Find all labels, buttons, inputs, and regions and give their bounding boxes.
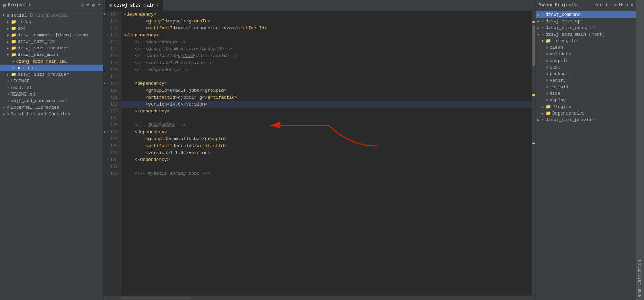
arrow-icon: ▶ — [7, 46, 9, 51]
maven-item-dependencies[interactable]: ▶ 📁 Dependencies — [536, 110, 636, 117]
maven-item-verify[interactable]: ⚙ verify — [536, 77, 636, 84]
maven-skip-icon[interactable]: ⏭ — [619, 2, 624, 8]
maven-item-package[interactable]: ⚙ package — [536, 71, 636, 77]
gutter-line-115: 115 — [104, 53, 119, 60]
code-line-120: <groupId>oracle.jdbc</groupId> — [121, 87, 532, 94]
gutter-line-118: 118 — [104, 73, 119, 80]
sidebar-item-license[interactable]: ▪ LICENSE — [0, 78, 103, 84]
maven-item-label: dzswj_sbzs_api — [545, 19, 583, 24]
maven-add-icon[interactable]: + — [610, 2, 613, 8]
settings-icon[interactable]: ⚙ — [81, 2, 83, 8]
gutter-line-128: 128 — [104, 143, 119, 149]
scroll-marker-mid — [532, 94, 535, 96]
gear-icon[interactable]: ⚙ — [92, 2, 95, 8]
gear-icon: ⚙ — [546, 65, 548, 70]
arrow-icon: ▶ — [7, 20, 9, 24]
layout-icon[interactable]: ⇄ — [87, 2, 89, 8]
sidebar: ◼ Project ▼ ⚙ ⇄ ⚙ − ▶ ◼ social D:\laji\s… — [0, 0, 104, 300]
sidebar-item-dzswj-sbzs-consumer[interactable]: ▶ 📁 dzswj_sbzs_consumer — [0, 45, 103, 52]
sidebar-item-doc[interactable]: ▶ 📁 doc — [0, 25, 103, 32]
sidebar-tree: ▶ ◼ social D:\laji\social ▶ 📁 .idea ▶ 📁 … — [0, 10, 103, 300]
iml-icon: ▪ — [12, 60, 15, 64]
maven-item-compile[interactable]: ⚙ compile — [536, 57, 636, 64]
tab-dzswj-sbzs-main[interactable]: m dzswj_sbzs_main ✕ — [105, 0, 163, 11]
maven-item-plugins[interactable]: ▶ 📁 Plugins — [536, 103, 636, 110]
tab-close-button[interactable]: ✕ — [156, 3, 159, 8]
maven-item-validate[interactable]: ⚙ validate — [536, 51, 636, 57]
sidebar-item-external-libraries[interactable]: ▶ ⊞ External Libraries — [0, 104, 103, 111]
sidebar-item-dzswj-sbzs-main-iml[interactable]: ▪ dzswj_sbzs_main.iml — [0, 58, 103, 65]
chevron-down-icon: ▼ — [29, 3, 31, 7]
sidebar-item-label: dzswj_sbzs_main — [18, 52, 58, 57]
scrollbar-thumb[interactable] — [532, 25, 535, 66]
minimize-icon[interactable]: − — [98, 2, 101, 8]
bottom-scrollbar[interactable] — [104, 295, 536, 300]
maven-item-deploy[interactable]: ⚙ deploy — [536, 97, 636, 103]
code-line-110: <groupId>mysql</groupId> — [121, 18, 532, 25]
sidebar-item-dzswj-commons[interactable]: ▶ 📁 dzswj_commons [dzswj-commo — [0, 32, 103, 38]
maven-settings-icon[interactable]: ⚙ — [595, 2, 598, 8]
fold-icon: ▸ — [107, 156, 109, 163]
maven-item-test[interactable]: ⚙ test — [536, 64, 636, 71]
maven-refresh-icon[interactable]: ↻ — [600, 2, 603, 8]
maven-item-clean[interactable]: ⚙ clean — [536, 44, 636, 51]
maven-item-dzswj-sbzs-consumer[interactable]: ▶ ▪ dzswj_sbzs_consumer — [536, 25, 636, 31]
maven-item-install[interactable]: ⚙ install — [536, 84, 636, 90]
folder-icon: 📁 — [11, 26, 16, 31]
arrow-icon: ▶ — [7, 33, 9, 37]
sidebar-item-social[interactable]: ▶ ◼ social D:\laji\social — [0, 12, 103, 19]
project-icon: ◼ — [3, 2, 6, 8]
code-line-113: <!--<dependency>--> — [121, 39, 532, 46]
code-line-112: </dependency> — [121, 32, 532, 39]
sidebar-title: ◼ Project ▼ — [3, 2, 78, 8]
module-icon: ▪ — [542, 118, 544, 122]
maven-item-dzswj-commons[interactable]: ▶ ▪ dzswj_commons — [536, 11, 636, 18]
sidebar-item-sbjf-xml[interactable]: ▪ sbjf_ydd_consumer.xml — [0, 98, 103, 104]
editor-scrollbar[interactable] — [532, 11, 536, 295]
module-icon: 📁 — [11, 46, 16, 51]
maven-item-dzswj-sbzs-api[interactable]: ▶ ▪ dzswj_sbzs_api — [536, 18, 636, 25]
sidebar-item-readme-md[interactable]: ▪ README.md — [0, 91, 103, 98]
maven-item-label: install — [550, 84, 569, 90]
maven-item-site[interactable]: ⚙ site — [536, 90, 636, 97]
code-line-121: <artifactId>ojdbc14_g</artifactId> — [121, 94, 532, 101]
arrow-icon: ▶ — [6, 54, 10, 56]
fold-icon: ▸ — [107, 32, 109, 39]
maven-download-icon[interactable]: ⬇ — [605, 2, 608, 8]
vertical-tab-bean-validation[interactable]: Bean Validation — [636, 0, 644, 300]
maven-more-icon[interactable]: » — [631, 2, 633, 8]
arrow-icon: ▶ — [537, 13, 539, 17]
sidebar-item-read-txt[interactable]: ▪ read.txt — [0, 84, 103, 91]
sidebar-item-dzswj-sbzs-main[interactable]: ▶ 📁 dzswj_sbzs_main — [0, 52, 103, 58]
gutter-line-113: 113 — [104, 39, 119, 46]
sidebar-item-label: README.md — [11, 92, 35, 97]
sidebar-item-scratches[interactable]: ▶ ✎ Scratches and Consoles — [0, 111, 103, 117]
horizontal-scrollbar-thumb[interactable] — [121, 297, 190, 299]
maven-panel-title: Maven Projects — [539, 2, 592, 8]
code-line-114: <!--<groupId>com.oracle</groupId>--> — [121, 46, 532, 53]
maven-item-dzswj-sbzs-main[interactable]: ▶ ▪ dzswj_sbzs_main (root) — [536, 31, 636, 38]
gutter-line-116: 116 — [104, 60, 119, 66]
code-line-132: <!-- mybatis spring boot --> — [121, 170, 532, 177]
maven-run-icon[interactable]: ▶ — [615, 2, 617, 8]
module-icon: 📁 — [11, 39, 16, 44]
maven-item-label: Lifecycle — [552, 38, 577, 44]
maven-expand-icon[interactable]: ⇥ — [626, 2, 628, 8]
maven-item-dzswj-sbzs-provider[interactable]: ▶ ▪ dzswj_sbzs_provider — [536, 117, 636, 123]
tab-icon: m — [109, 3, 112, 8]
maven-item-label: Dependencies — [552, 111, 585, 116]
gear-icon: ⚙ — [546, 45, 548, 50]
sidebar-item-pom-xml[interactable]: m pom.xml — [0, 65, 103, 71]
folder-icon: 📁 — [546, 111, 551, 116]
scroll-marker-bottom — [532, 143, 535, 144]
sidebar-item-label: read.txt — [11, 85, 32, 90]
gutter-line-117: 117 — [104, 66, 119, 73]
sidebar-item-idea[interactable]: ▶ 📁 .idea — [0, 19, 103, 25]
arrow-icon: ▶ — [3, 112, 5, 116]
code-editor[interactable]: <dependency> <groupId>mysql</groupId> <a… — [121, 11, 532, 295]
sidebar-item-dzswj-sbzs-api[interactable]: ▶ 📁 dzswj_sbzs_api — [0, 38, 103, 45]
sidebar-item-dzswj-sbzs-provider[interactable]: ▶ 📁 dzswj_sbzs_provider — [0, 71, 103, 78]
maven-item-label: validate — [550, 52, 571, 57]
maven-toolbar: ⚙ ↻ ⬇ + ▶ ⏭ ⇥ » — [595, 2, 633, 8]
maven-item-lifecycle[interactable]: ▶ 📁 Lifecycle — [536, 38, 636, 44]
